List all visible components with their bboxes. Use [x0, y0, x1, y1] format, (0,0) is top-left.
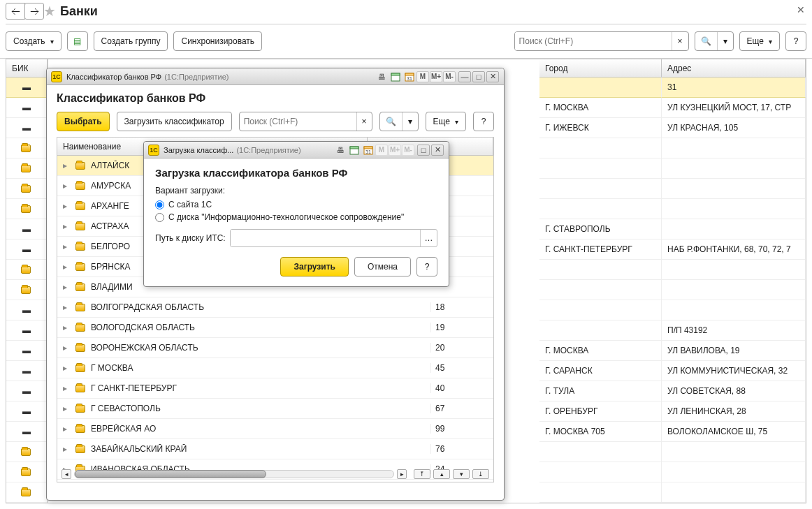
address-cell[interactable] — [662, 138, 806, 158]
m-minus-btn[interactable]: M- — [443, 71, 456, 82]
address-cell[interactable]: УЛ КОММУНИСТИЧЕСКАЯ, 32 — [662, 361, 806, 381]
city-cell[interactable] — [539, 260, 662, 280]
calendar-icon[interactable] — [348, 145, 361, 156]
sync-button[interactable]: Синхронизировать — [173, 31, 262, 51]
its-path-input[interactable] — [231, 230, 420, 246]
classifier-search-mode[interactable]: 🔍 ▾ — [379, 112, 419, 131]
expand-icon[interactable]: ▸ — [57, 424, 73, 434]
city-cell[interactable]: Г. МОСКВА 705 — [539, 422, 662, 442]
city-cell[interactable] — [539, 462, 662, 482]
grid-row-icon[interactable] — [6, 138, 48, 158]
city-cell[interactable]: Г. МОСКВА — [539, 98, 662, 118]
city-cell[interactable]: Г. СТАВРОПОЛЬ — [539, 219, 662, 239]
address-cell[interactable]: П/П 43192 — [662, 320, 806, 341]
expand-icon[interactable]: ▸ — [57, 242, 73, 251]
minimize-icon[interactable]: — — [458, 71, 471, 82]
expand-icon[interactable]: ▸ — [57, 323, 73, 332]
city-cell[interactable]: Г. САНКТ-ПЕТЕРБУРГ — [539, 239, 662, 260]
browse-path-icon[interactable]: … — [420, 230, 437, 246]
address-cell[interactable]: ВОЛОКОЛАМСКОЕ Ш, 75 — [662, 422, 806, 442]
m-btn[interactable]: M — [416, 71, 429, 82]
nav-back-button[interactable]: 🡠 — [6, 3, 25, 20]
expand-icon[interactable]: ▸ — [57, 201, 73, 211]
classifier-row[interactable]: ▸Г МОСКВА45 — [57, 358, 493, 378]
nav-forward-button[interactable]: 🡢 — [24, 3, 44, 20]
classifier-help-button[interactable]: ? — [473, 112, 494, 131]
city-cell[interactable]: Г. МОСКВА — [539, 341, 662, 361]
address-cell[interactable] — [662, 260, 806, 280]
close-icon[interactable]: ✕ — [486, 71, 499, 82]
grid-row-icon[interactable] — [6, 199, 48, 219]
city-cell[interactable] — [539, 179, 662, 199]
its-path-field[interactable]: … — [230, 229, 437, 247]
select-button[interactable]: Выбрать — [57, 112, 110, 131]
print-icon[interactable]: 🖶 — [375, 71, 388, 82]
classifier-row[interactable]: ▸ВОЛОГОДСКАЯ ОБЛАСТЬ19 — [57, 318, 493, 338]
grid-row-icon[interactable]: ▬ — [6, 401, 48, 422]
tree-expand-icon[interactable]: ▾ — [453, 469, 470, 479]
create-button[interactable]: Создать — [6, 31, 61, 51]
expand-icon[interactable]: ▸ — [57, 181, 73, 191]
classifier-row[interactable]: ▸ВОРОНЕЖСКАЯ ОБЛАСТЬ20 — [57, 338, 493, 358]
city-cell[interactable] — [539, 320, 662, 341]
city-cell[interactable] — [539, 199, 662, 219]
maximize-icon[interactable]: □ — [417, 145, 430, 156]
grid-row-icon[interactable] — [6, 260, 48, 280]
grid-row-icon[interactable] — [6, 179, 48, 199]
main-search-clear-icon[interactable]: × — [672, 32, 688, 50]
classifier-search-clear-icon[interactable]: × — [356, 112, 372, 131]
calendar-alt-icon[interactable]: 31 — [362, 145, 375, 156]
address-cell[interactable] — [662, 300, 806, 320]
city-cell[interactable] — [539, 442, 662, 462]
address-cell[interactable] — [662, 442, 806, 462]
close-page-icon[interactable]: ✕ — [797, 4, 805, 15]
grid-row-icon[interactable]: ▬ — [6, 381, 48, 401]
address-cell[interactable]: 31 — [662, 78, 806, 98]
address-cell[interactable] — [662, 280, 806, 300]
classifier-row[interactable]: ▸Г САНКТ-ПЕТЕРБУРГ40 — [57, 378, 493, 399]
classifier-more-button[interactable]: Еще — [426, 112, 466, 131]
calendar-alt-icon[interactable]: 31 — [403, 71, 416, 82]
col-header-bic[interactable]: БИК — [6, 59, 48, 78]
print-icon[interactable]: 🖶 — [334, 145, 347, 156]
address-cell[interactable] — [662, 199, 806, 219]
grid-row-icon[interactable]: ▬ — [6, 118, 48, 138]
close-icon[interactable]: ✕ — [431, 145, 444, 156]
city-cell[interactable]: Г. ИЖЕВСК — [539, 118, 662, 138]
city-cell[interactable] — [539, 158, 662, 179]
caret-icon[interactable]: ▾ — [402, 112, 418, 131]
cancel-button[interactable]: Отмена — [354, 257, 411, 276]
grid-row-icon[interactable] — [6, 280, 48, 300]
m-plus-btn[interactable]: M+ — [430, 71, 442, 82]
grid-row-icon[interactable]: ▬ — [6, 320, 48, 341]
address-cell[interactable]: УЛ СОВЕТСКАЯ, 88 — [662, 381, 806, 401]
classifier-row[interactable]: ▸Г СЕВАСТОПОЛЬ67 — [57, 399, 493, 419]
address-cell[interactable]: УЛ КРАСНАЯ, 105 — [662, 118, 806, 138]
classifier-row[interactable]: ▸ЗАБАЙКАЛЬСКИЙ КРАЙ76 — [57, 439, 493, 459]
magnifier-icon[interactable]: 🔍 — [695, 32, 717, 50]
hscroll-right-icon[interactable]: ▸ — [397, 469, 407, 479]
calendar-icon[interactable] — [389, 71, 402, 82]
main-search[interactable]: × — [514, 31, 689, 51]
grid-row-icon[interactable] — [6, 158, 48, 179]
search-mode-caret-icon[interactable]: ▾ — [717, 32, 733, 50]
grid-row-icon[interactable]: ▬ — [6, 98, 48, 118]
city-cell[interactable]: Г. ОРЕНБУРГ — [539, 401, 662, 422]
grid-row-icon[interactable] — [6, 482, 48, 503]
hscroll-left-icon[interactable]: ◂ — [61, 469, 71, 479]
m-commands[interactable]: M M+ M- — [416, 71, 456, 82]
classifier-row[interactable]: ▸ВОЛГОГРАДСКАЯ ОБЛАСТЬ18 — [57, 297, 493, 318]
expand-icon[interactable]: ▸ — [57, 221, 73, 231]
expand-icon[interactable]: ▸ — [57, 262, 73, 272]
address-cell[interactable] — [662, 482, 806, 503]
load-help-button[interactable]: ? — [416, 257, 437, 276]
grid-row-icon[interactable]: ▬ — [6, 239, 48, 260]
favorite-star-icon[interactable]: ★ — [43, 3, 56, 20]
grid-row-icon[interactable]: ▬ — [6, 78, 48, 98]
address-cell[interactable]: УЛ ЛЕНИНСКАЯ, 28 — [662, 401, 806, 422]
load-classifier-button[interactable]: Загрузить классификатор — [117, 112, 232, 131]
hscroll-thumb[interactable] — [75, 470, 266, 478]
classifier-search-input[interactable] — [240, 117, 356, 126]
city-cell[interactable] — [539, 138, 662, 158]
address-cell[interactable] — [662, 219, 806, 239]
